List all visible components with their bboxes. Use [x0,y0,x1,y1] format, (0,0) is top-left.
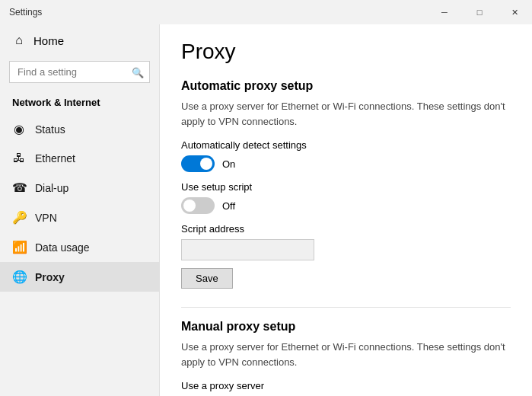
sidebar-item-label: VPN [35,212,57,224]
sidebar: ⌂ Home 🔍 Network & Internet ◉ Status 🖧 E… [0,24,160,396]
auto-detect-toggle[interactable] [181,155,215,172]
sidebar-item-label: Proxy [35,271,65,283]
auto-detect-label: Automatically detect settings [181,139,511,151]
manual-section-title: Manual proxy setup [181,320,511,334]
close-button[interactable]: ✕ [497,0,532,24]
content-area: Proxy Automatic proxy setup Use a proxy … [160,24,532,396]
script-address-input[interactable] [181,239,314,260]
setup-script-row: Off [181,197,511,214]
automatic-description: Use a proxy server for Ethernet or Wi-Fi… [181,99,511,129]
vpn-icon: 🔑 [12,210,26,225]
maximize-button[interactable]: □ [462,0,497,24]
sidebar-item-label: Data usage [35,241,90,254]
ethernet-icon: 🖧 [12,152,26,165]
sidebar-item-status[interactable]: ◉ Status [0,114,159,144]
home-icon: ⌂ [12,34,26,47]
sidebar-item-label: Dial-up [35,182,68,194]
setup-script-label: Use setup script [181,181,511,193]
sidebar-item-label: Ethernet [35,152,75,164]
section-divider [181,307,511,308]
sidebar-item-proxy[interactable]: 🌐 Proxy [0,262,159,292]
sidebar-item-home[interactable]: ⌂ Home [0,24,159,56]
content-wrapper: Proxy Automatic proxy setup Use a proxy … [181,40,511,396]
sidebar-home-label: Home [33,34,64,47]
setup-script-toggle[interactable] [181,197,215,214]
sidebar-search-container: 🔍 [9,61,150,83]
auto-detect-state: On [222,158,235,170]
sidebar-item-vpn[interactable]: 🔑 VPN [0,203,159,232]
proxy-icon: 🌐 [12,270,26,284]
sidebar-section-title: Network & Internet [0,92,159,114]
automatic-section-title: Automatic proxy setup [181,79,511,93]
use-proxy-label: Use a proxy server [181,380,511,391]
manual-description: Use a proxy server for Ethernet or Wi-Fi… [181,340,511,369]
setup-script-knob [183,200,196,212]
auto-detect-row: On [181,155,511,172]
status-icon: ◉ [12,122,26,136]
auto-detect-knob [200,158,212,170]
script-address-label: Script address [181,223,511,235]
titlebar: Settings ─ □ ✕ [0,0,532,24]
dialup-icon: ☎ [12,180,26,195]
save-button[interactable]: Save [181,268,233,289]
sidebar-item-datausage[interactable]: 📶 Data usage [0,232,159,262]
sidebar-item-ethernet[interactable]: 🖧 Ethernet [0,144,159,173]
datausage-icon: 📶 [12,240,26,254]
page-title: Proxy [181,40,511,64]
titlebar-title: Settings [9,7,42,18]
app-body: ⌂ Home 🔍 Network & Internet ◉ Status 🖧 E… [0,24,532,396]
search-input[interactable] [9,61,150,83]
titlebar-controls: ─ □ ✕ [427,0,532,24]
minimize-button[interactable]: ─ [427,0,462,24]
setup-script-state: Off [222,200,235,212]
sidebar-item-dialup[interactable]: ☎ Dial-up [0,173,159,203]
sidebar-item-label: Status [35,123,65,136]
search-icon: 🔍 [132,66,144,78]
